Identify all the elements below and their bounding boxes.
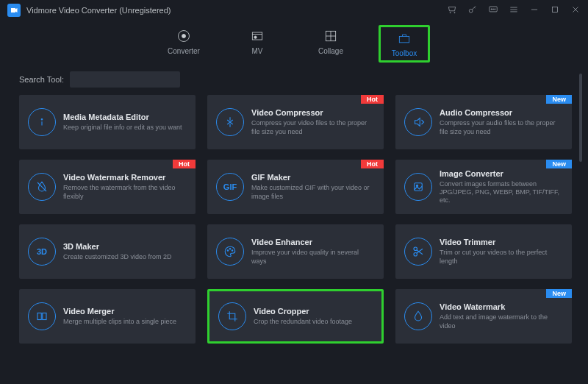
audio-compress-icon xyxy=(404,108,432,136)
svg-point-13 xyxy=(41,119,43,121)
app-logo xyxy=(7,4,21,17)
svg-point-3 xyxy=(492,8,493,9)
scrollbar[interactable] xyxy=(579,74,582,371)
tool-image-converter[interactable]: New Image Converter Convert images forma… xyxy=(395,160,572,214)
tab-label: MV xyxy=(232,47,283,55)
tool-video-compressor[interactable]: Hot Video Compressor Compress your video… xyxy=(207,95,384,149)
compress-icon xyxy=(216,108,244,136)
tool-title: Video Watermark xyxy=(440,302,563,311)
tool-desc: Trim or cut your videos to the perfect l… xyxy=(440,249,563,266)
search-input-wrap[interactable] xyxy=(70,71,180,88)
tool-video-cropper[interactable]: Video Cropper Crop the redundant video f… xyxy=(207,289,384,344)
titlebar: Vidmore Video Converter (Unregistered) xyxy=(0,0,588,21)
svg-rect-11 xyxy=(399,37,409,43)
hot-badge: Hot xyxy=(173,160,196,168)
hot-badge: Hot xyxy=(361,95,384,104)
key-icon[interactable] xyxy=(467,4,478,17)
tool-desc: Remove the watermark from the video flex… xyxy=(63,184,187,201)
tab-collage[interactable]: Collage xyxy=(305,25,356,58)
droplet-icon xyxy=(404,302,432,330)
svg-rect-5 xyxy=(553,7,558,12)
new-badge: New xyxy=(546,289,572,298)
tab-toolbox[interactable]: Toolbox xyxy=(379,25,430,63)
svg-point-7 xyxy=(182,35,186,38)
search-label: Search Tool: xyxy=(19,75,64,84)
gif-icon: GIF xyxy=(216,173,244,201)
tool-desc: Create customized 3D video from 2D xyxy=(63,253,187,261)
tool-title: 3D Maker xyxy=(63,242,187,251)
tool-desc: Add text and image watermark to the vide… xyxy=(440,313,563,330)
tool-title: GIF Maker xyxy=(251,173,375,182)
toolbox-icon xyxy=(381,30,428,46)
tool-grid: Media Metadata Editor Keep original file… xyxy=(0,95,588,344)
svg-point-2 xyxy=(491,8,492,9)
hot-badge: Hot xyxy=(361,160,384,168)
svg-rect-21 xyxy=(37,313,41,320)
app-title: Vidmore Video Converter (Unregistered) xyxy=(26,6,171,15)
new-badge: New xyxy=(546,95,572,104)
svg-point-18 xyxy=(232,250,233,252)
tool-video-watermark-remover[interactable]: Hot Video Watermark Remover Remove the w… xyxy=(19,160,196,214)
tool-title: Video Merger xyxy=(63,307,187,316)
tool-video-watermark[interactable]: New Video Watermark Add text and image w… xyxy=(395,289,572,344)
tool-video-merger[interactable]: Video Merger Merge multiple clips into a… xyxy=(19,289,196,344)
tool-title: Video Trimmer xyxy=(440,238,563,246)
droplet-remove-icon xyxy=(28,173,56,201)
converter-icon xyxy=(158,28,209,44)
tool-title: Media Metadata Editor xyxy=(63,113,187,121)
tool-media-metadata-editor[interactable]: Media Metadata Editor Keep original file… xyxy=(19,95,196,149)
image-convert-icon xyxy=(404,173,432,201)
menu-icon[interactable] xyxy=(509,4,519,17)
new-badge: New xyxy=(546,160,572,168)
tab-label: Collage xyxy=(305,47,356,55)
crop-icon xyxy=(218,302,246,330)
tool-video-trimmer[interactable]: Video Trimmer Trim or cut your videos to… xyxy=(395,224,572,279)
tool-desc: Crop the redundant video footage xyxy=(254,318,373,326)
3d-icon: 3D xyxy=(28,238,56,266)
tool-title: Video Enhancer xyxy=(251,238,375,246)
scissors-icon xyxy=(404,238,432,266)
tab-label: Converter xyxy=(158,47,209,55)
svg-point-16 xyxy=(227,250,229,252)
scroll-thumb[interactable] xyxy=(579,74,582,162)
palette-icon xyxy=(216,238,244,266)
tool-desc: Make customized GIF with your video or i… xyxy=(251,184,375,201)
tool-audio-compressor[interactable]: New Audio Compressor Compress your audio… xyxy=(395,95,572,149)
tool-video-enhancer[interactable]: Video Enhancer Improve your video qualit… xyxy=(207,224,384,279)
feedback-icon[interactable] xyxy=(488,4,498,17)
search-input[interactable] xyxy=(70,75,176,84)
close-button[interactable] xyxy=(570,4,581,17)
tool-desc: Improve your video quality in several wa… xyxy=(251,249,375,266)
maximize-button[interactable] xyxy=(550,4,560,17)
svg-point-0 xyxy=(469,9,473,13)
collage-icon xyxy=(305,28,356,44)
merge-icon xyxy=(28,302,56,330)
tool-3d-maker[interactable]: 3D 3D Maker Create customized 3D video f… xyxy=(19,224,196,279)
tool-title: Image Converter xyxy=(440,169,563,178)
svg-point-9 xyxy=(254,36,257,38)
tool-title: Video Compressor xyxy=(251,108,375,117)
tool-title: Audio Compressor xyxy=(440,108,563,117)
svg-rect-22 xyxy=(43,313,46,320)
search-row: Search Tool: xyxy=(19,71,588,88)
tool-desc: Convert images formats between JPG/JPEG,… xyxy=(440,180,563,205)
tool-gif-maker[interactable]: Hot GIF GIF Maker Make customized GIF wi… xyxy=(207,160,384,214)
tab-converter[interactable]: Converter xyxy=(158,25,209,58)
main-tabs: Converter MV Collage Toolbox xyxy=(0,25,588,63)
tool-desc: Merge multiple clips into a single piece xyxy=(63,318,187,326)
minimize-button[interactable] xyxy=(529,4,539,17)
svg-rect-8 xyxy=(252,32,262,40)
tool-desc: Compress your video files to the proper … xyxy=(251,119,375,136)
tool-title: Video Cropper xyxy=(254,307,373,316)
tool-desc: Keep original file info or edit as you w… xyxy=(63,124,187,132)
cart-icon[interactable] xyxy=(447,4,457,17)
tool-desc: Compress your audio files to the proper … xyxy=(440,119,563,136)
mv-icon xyxy=(232,28,283,44)
tab-mv[interactable]: MV xyxy=(232,25,283,58)
window-controls xyxy=(447,4,581,17)
info-icon xyxy=(28,108,56,136)
svg-point-17 xyxy=(229,249,231,250)
tool-title: Video Watermark Remover xyxy=(63,173,187,182)
tab-label: Toolbox xyxy=(381,49,428,57)
svg-point-4 xyxy=(495,8,495,9)
